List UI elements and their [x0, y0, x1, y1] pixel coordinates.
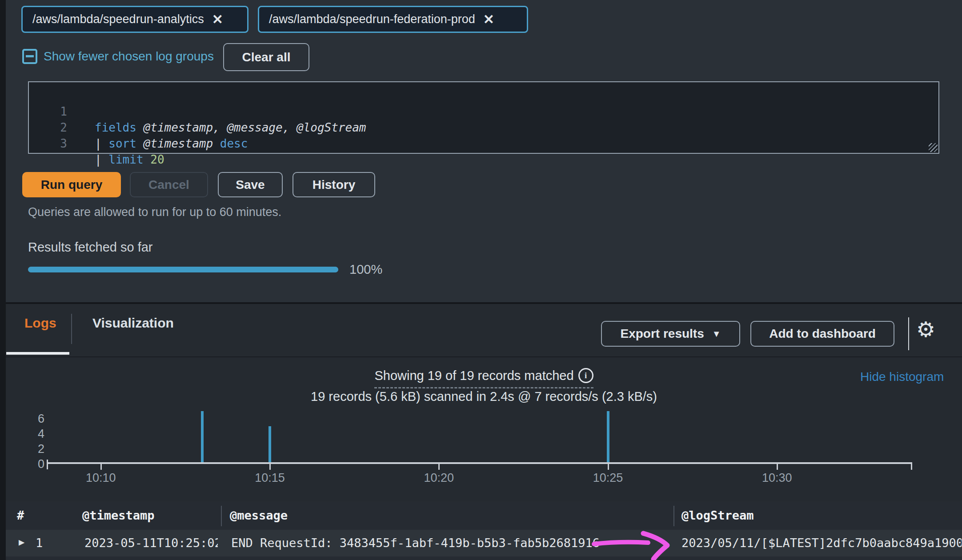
hide-histogram-link[interactable]: Hide histogram: [860, 370, 944, 384]
cancel-button[interactable]: Cancel: [130, 172, 208, 197]
row-timestamp: 2023-05-11T10:25:02.…: [84, 536, 218, 550]
x-tick: [777, 464, 778, 470]
editor-resize-grip-icon[interactable]: [929, 143, 938, 152]
records-matched-text: Showing 19 of 19 records matched: [374, 368, 573, 383]
info-icon[interactable]: i: [578, 368, 593, 383]
column-header-message[interactable]: @message: [230, 508, 288, 522]
tab-logs[interactable]: Logs: [24, 316, 56, 331]
x-tick: [269, 464, 271, 470]
next-row-edge: [6, 556, 962, 560]
cloudwatch-logs-insights-page: /aws/lambda/speedrun-analytics ✕ /aws/la…: [0, 0, 962, 560]
query-editor[interactable]: 1 fields @timestamp, @message, @logStrea…: [28, 81, 939, 154]
x-tick-label: 10:20: [424, 471, 454, 485]
x-tick-label: 10:30: [762, 471, 792, 485]
progress-bar: [28, 267, 338, 272]
histogram-plot: [47, 411, 912, 464]
query-line: 3 | limit 20: [29, 120, 938, 136]
progress-percent: 100%: [349, 262, 382, 277]
histogram-bar: [607, 411, 609, 464]
column-header-index[interactable]: #: [17, 508, 24, 522]
records-matched-wrap: Showing 19 of 19 records matched i: [6, 368, 962, 388]
remove-log-group-icon[interactable]: ✕: [483, 13, 494, 26]
tab-visualization[interactable]: Visualization: [92, 316, 174, 331]
remove-log-group-icon[interactable]: ✕: [212, 13, 223, 26]
column-header-logstream[interactable]: @logStream: [681, 508, 754, 522]
y-tick-label: 2: [27, 442, 44, 456]
save-button[interactable]: Save: [218, 172, 283, 197]
gear-icon[interactable]: ⚙: [916, 319, 935, 340]
column-divider[interactable]: [221, 506, 222, 526]
records-matched-summary: Showing 19 of 19 records matched i: [374, 368, 593, 388]
table-row[interactable]: ▶ 1 2023-05-11T10:25:02.… END RequestId:…: [6, 530, 962, 556]
y-tick-label: 6: [27, 412, 44, 426]
tab-divider: [71, 314, 72, 344]
export-results-button[interactable]: Export results ▼: [601, 321, 740, 347]
expand-row-icon[interactable]: ▶: [19, 536, 24, 548]
log-group-chip[interactable]: /aws/lambda/speedrun-federation-prod ✕: [258, 6, 528, 33]
active-tab-indicator: [6, 352, 69, 355]
x-tick-label: 10:10: [86, 471, 116, 485]
query-code: | limit 20: [95, 152, 164, 168]
column-header-timestamp[interactable]: @timestamp: [82, 508, 155, 522]
log-group-chip[interactable]: /aws/lambda/speedrun-analytics ✕: [21, 6, 249, 33]
axis-left-cap: [47, 460, 48, 469]
header-divider: [908, 317, 909, 350]
histogram-bar: [201, 411, 204, 464]
history-button[interactable]: History: [293, 172, 375, 197]
row-logstream: 2023/05/11/[$LATEST]2dfc7b0aabc849a19002…: [681, 536, 962, 550]
export-results-label: Export results: [620, 327, 704, 341]
query-line: 2 | sort @timestamp desc: [29, 104, 938, 120]
run-query-button[interactable]: Run query: [22, 172, 121, 197]
query-duration-note: Queries are allowed to run for up to 60 …: [28, 205, 281, 219]
y-tick-label: 4: [27, 427, 44, 441]
x-tick: [438, 464, 440, 470]
x-tick: [100, 464, 102, 470]
table-header: # @timestamp @message @logStream: [6, 501, 962, 530]
line-number: 3: [45, 136, 67, 152]
column-divider[interactable]: [673, 506, 674, 526]
query-code: | sort @timestamp desc: [95, 136, 248, 152]
scan-stats-text: 19 records (5.6 kB) scanned in 2.4s @ 7 …: [6, 389, 962, 404]
minus-square-icon: [22, 49, 37, 64]
histogram-x-axis: [47, 462, 912, 464]
row-message: END RequestId: 3483455f-1abf-419b-b5b3-f…: [231, 536, 667, 550]
log-group-name: /aws/lambda/speedrun-analytics: [32, 12, 204, 26]
show-fewer-label: Show fewer chosen log groups: [44, 49, 214, 64]
y-tick-label: 0: [27, 457, 44, 471]
progress-label: Results fetched so far: [28, 240, 152, 255]
histogram-bar: [269, 426, 271, 464]
clear-all-button[interactable]: Clear all: [223, 43, 309, 71]
query-line: 1 fields @timestamp, @message, @logStrea…: [29, 88, 938, 104]
caret-down-icon: ▼: [712, 329, 721, 339]
x-tick: [608, 464, 609, 470]
add-to-dashboard-button[interactable]: Add to dashboard: [750, 321, 894, 347]
log-group-name: /aws/lambda/speedrun-federation-prod: [269, 12, 475, 26]
progress-bar-fill: [28, 267, 338, 272]
tabs-separator: [6, 356, 962, 357]
show-fewer-log-groups-link[interactable]: Show fewer chosen log groups: [22, 49, 214, 64]
row-index: 1: [36, 536, 43, 550]
x-tick-label: 10:15: [255, 471, 285, 485]
x-tick-label: 10:25: [593, 471, 623, 485]
axis-right-cap: [911, 462, 912, 470]
